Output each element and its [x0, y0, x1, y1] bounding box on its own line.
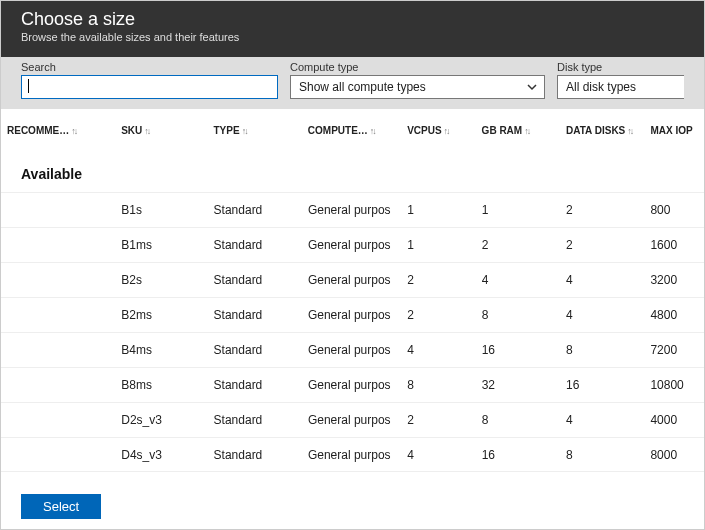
footer: Select [1, 484, 704, 529]
cell-iops: 4800 [644, 308, 704, 322]
compute-type-label: Compute type [290, 61, 545, 73]
disk-type-label: Disk type [557, 61, 684, 73]
cell-compute: General purpos [302, 273, 401, 287]
cell-vcpus: 2 [401, 413, 475, 427]
table-row[interactable]: B8msStandardGeneral purpos8321610800 [1, 367, 704, 402]
search-label: Search [21, 61, 278, 73]
chevron-down-icon [526, 81, 538, 93]
cell-vcpus: 2 [401, 308, 475, 322]
column-label: VCPUS [407, 125, 441, 136]
column-header[interactable]: VCPUS↑↓ [401, 125, 475, 136]
cell-compute: General purpos [302, 378, 401, 392]
cell-iops: 3200 [644, 273, 704, 287]
cell-type: Standard [208, 343, 302, 357]
cell-disks: 4 [560, 273, 644, 287]
table-row[interactable]: B4msStandardGeneral purpos41687200 [1, 332, 704, 367]
cell-type: Standard [208, 378, 302, 392]
cell-iops: 8000 [644, 448, 704, 462]
table-row[interactable]: B2msStandardGeneral purpos2844800 [1, 297, 704, 332]
cell-compute: General purpos [302, 238, 401, 252]
column-label: DATA DISKS [566, 125, 625, 136]
column-label: GB RAM [482, 125, 523, 136]
cell-iops: 10800 [644, 378, 704, 392]
sort-icon: ↑↓ [144, 126, 149, 136]
cell-ram: 8 [476, 413, 560, 427]
panel-header: Choose a size Browse the available sizes… [1, 1, 704, 57]
cell-ram: 1 [476, 203, 560, 217]
column-label: SKU [121, 125, 142, 136]
column-header[interactable]: MAX IOP [644, 125, 704, 136]
table-row[interactable]: B1sStandardGeneral purpos112800 [1, 192, 704, 227]
select-button[interactable]: Select [21, 494, 101, 519]
disk-type-dropdown[interactable]: All disk types [557, 75, 684, 99]
table-row[interactable]: D4s_v3StandardGeneral purpos41688000 [1, 437, 704, 472]
cell-ram: 4 [476, 273, 560, 287]
sort-icon: ↑↓ [444, 126, 449, 136]
table-row[interactable]: D2s_v3StandardGeneral purpos2844000 [1, 402, 704, 437]
cell-compute: General purpos [302, 448, 401, 462]
cell-vcpus: 1 [401, 238, 475, 252]
cell-sku: B1s [115, 203, 207, 217]
column-header[interactable]: GB RAM↑↓ [476, 125, 560, 136]
cell-type: Standard [208, 308, 302, 322]
group-available: Available [1, 144, 704, 192]
filter-bar: Search Compute type Show all compute typ… [1, 57, 704, 109]
disk-type-value: All disk types [566, 80, 636, 94]
cell-type: Standard [208, 203, 302, 217]
cell-type: Standard [208, 448, 302, 462]
page-subtitle: Browse the available sizes and their fea… [21, 31, 684, 43]
column-header[interactable]: SKU↑↓ [115, 125, 207, 136]
cell-sku: B1ms [115, 238, 207, 252]
cell-iops: 4000 [644, 413, 704, 427]
cell-iops: 800 [644, 203, 704, 217]
cell-compute: General purpos [302, 203, 401, 217]
cell-sku: D4s_v3 [115, 448, 207, 462]
column-header[interactable]: TYPE↑↓ [208, 125, 302, 136]
cell-ram: 16 [476, 343, 560, 357]
page-title: Choose a size [21, 9, 684, 30]
cell-vcpus: 4 [401, 448, 475, 462]
cell-sku: B2ms [115, 308, 207, 322]
cell-vcpus: 4 [401, 343, 475, 357]
cell-sku: D2s_v3 [115, 413, 207, 427]
cell-sku: B2s [115, 273, 207, 287]
cell-disks: 2 [560, 203, 644, 217]
column-header[interactable]: RECOMME…↑↓ [1, 125, 115, 136]
cell-iops: 1600 [644, 238, 704, 252]
cell-ram: 2 [476, 238, 560, 252]
cell-disks: 8 [560, 343, 644, 357]
cell-compute: General purpos [302, 308, 401, 322]
column-label: RECOMME… [7, 125, 69, 136]
sort-icon: ↑↓ [524, 126, 529, 136]
column-label: COMPUTE… [308, 125, 368, 136]
cell-ram: 16 [476, 448, 560, 462]
cell-ram: 8 [476, 308, 560, 322]
cell-vcpus: 1 [401, 203, 475, 217]
search-input[interactable] [21, 75, 278, 99]
column-headers: RECOMME…↑↓SKU↑↓TYPE↑↓COMPUTE…↑↓VCPUS↑↓GB… [1, 109, 704, 144]
sort-icon: ↑↓ [627, 126, 632, 136]
cell-disks: 4 [560, 413, 644, 427]
cell-iops: 7200 [644, 343, 704, 357]
cell-type: Standard [208, 273, 302, 287]
cell-disks: 16 [560, 378, 644, 392]
table-row[interactable]: B2sStandardGeneral purpos2443200 [1, 262, 704, 297]
cell-disks: 2 [560, 238, 644, 252]
cell-disks: 8 [560, 448, 644, 462]
sort-icon: ↑↓ [370, 126, 375, 136]
column-label: TYPE [214, 125, 240, 136]
sort-icon: ↑↓ [242, 126, 247, 136]
column-header[interactable]: DATA DISKS↑↓ [560, 125, 644, 136]
column-header[interactable]: COMPUTE…↑↓ [302, 125, 401, 136]
column-label: MAX IOP [650, 125, 692, 136]
compute-type-dropdown[interactable]: Show all compute types [290, 75, 545, 99]
cell-ram: 32 [476, 378, 560, 392]
cell-compute: General purpos [302, 343, 401, 357]
cell-vcpus: 2 [401, 273, 475, 287]
cell-sku: B8ms [115, 378, 207, 392]
cell-compute: General purpos [302, 413, 401, 427]
sort-icon: ↑↓ [71, 126, 76, 136]
cell-type: Standard [208, 238, 302, 252]
cell-sku: B4ms [115, 343, 207, 357]
table-row[interactable]: B1msStandardGeneral purpos1221600 [1, 227, 704, 262]
